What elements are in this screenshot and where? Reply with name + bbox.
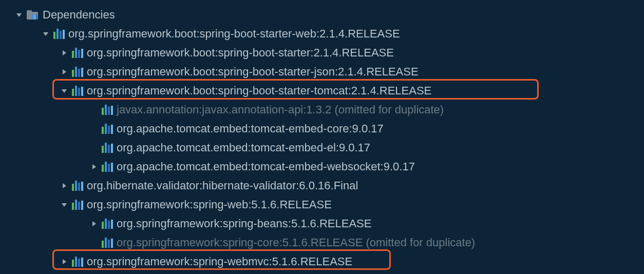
library-icon [72, 67, 83, 77]
tree-node[interactable]: org.springframework.boot:spring-boot-sta… [0, 24, 644, 43]
chevron-right-icon[interactable] [60, 183, 69, 189]
library-icon [102, 219, 113, 229]
tree-node[interactable]: org.springframework.boot:spring-boot-sta… [0, 81, 644, 100]
chevron-right-icon[interactable] [60, 50, 69, 56]
tree-node[interactable]: org.springframework.boot:spring-boot-sta… [0, 62, 644, 81]
library-icon [72, 86, 83, 96]
chevron-down-icon[interactable] [60, 88, 69, 94]
library-icon [102, 124, 113, 134]
library-icon [53, 29, 65, 39]
tree-node[interactable]: org.springframework:spring-core:5.1.6.RE… [0, 233, 644, 252]
library-icon [72, 181, 83, 191]
node-label: org.springframework:spring-beans:5.1.6.R… [117, 217, 371, 230]
node-label: org.springframework.boot:spring-boot-sta… [87, 46, 394, 60]
tree-node[interactable]: org.springframework:spring-webmvc:5.1.6.… [0, 252, 644, 271]
tree-node[interactable]: javax.annotation:javax.annotation-api:1.… [0, 100, 644, 119]
library-icon [72, 48, 83, 58]
node-label: org.springframework:spring-core:5.1.6.RE… [117, 236, 475, 249]
tree-node[interactable]: org.apache.tomcat.embed:tomcat-embed-web… [0, 157, 644, 176]
tree-node[interactable]: org.springframework:spring-web:5.1.6.REL… [0, 195, 644, 214]
library-icon [102, 143, 113, 153]
tree-node[interactable]: org.apache.tomcat.embed:tomcat-embed-cor… [0, 119, 644, 138]
chevron-down-icon[interactable] [60, 202, 69, 208]
dependency-tree: Dependencies org.springframework.boot:sp… [0, 5, 644, 271]
library-icon [72, 257, 83, 267]
tree-node[interactable]: org.springframework.boot:spring-boot-sta… [0, 43, 644, 62]
tree-node[interactable]: org.springframework:spring-beans:5.1.6.R… [0, 214, 644, 233]
chevron-right-icon[interactable] [89, 164, 99, 170]
library-icon [102, 162, 113, 172]
node-label: org.apache.tomcat.embed:tomcat-embed-el:… [117, 141, 370, 154]
chevron-right-icon[interactable] [60, 259, 69, 265]
node-label: javax.annotation:javax.annotation-api:1.… [117, 103, 444, 116]
node-label: org.apache.tomcat.embed:tomcat-embed-web… [117, 160, 415, 173]
node-label: org.apache.tomcat.embed:tomcat-embed-cor… [117, 122, 384, 135]
node-label: org.springframework:spring-web:5.1.6.REL… [87, 198, 332, 211]
folder-dependencies-icon [27, 10, 39, 20]
tree-node-dependencies[interactable]: Dependencies [0, 5, 644, 24]
library-icon [102, 105, 113, 115]
chevron-right-icon[interactable] [89, 221, 99, 227]
node-label: Dependencies [43, 8, 115, 22]
tree-node[interactable]: org.apache.tomcat.embed:tomcat-embed-el:… [0, 138, 644, 157]
node-label: org.springframework.boot:spring-boot-sta… [87, 84, 431, 97]
library-icon [102, 238, 113, 248]
node-label: org.hibernate.validator:hibernate-valida… [87, 179, 358, 192]
node-label: org.springframework.boot:spring-boot-sta… [68, 27, 400, 41]
chevron-down-icon[interactable] [41, 31, 50, 37]
library-icon [72, 200, 83, 210]
node-label: org.springframework:spring-webmvc:5.1.6.… [87, 255, 352, 268]
chevron-down-icon[interactable] [14, 12, 24, 18]
node-label: org.springframework.boot:spring-boot-sta… [87, 65, 419, 79]
chevron-right-icon[interactable] [60, 69, 69, 75]
tree-node[interactable]: org.hibernate.validator:hibernate-valida… [0, 176, 644, 195]
